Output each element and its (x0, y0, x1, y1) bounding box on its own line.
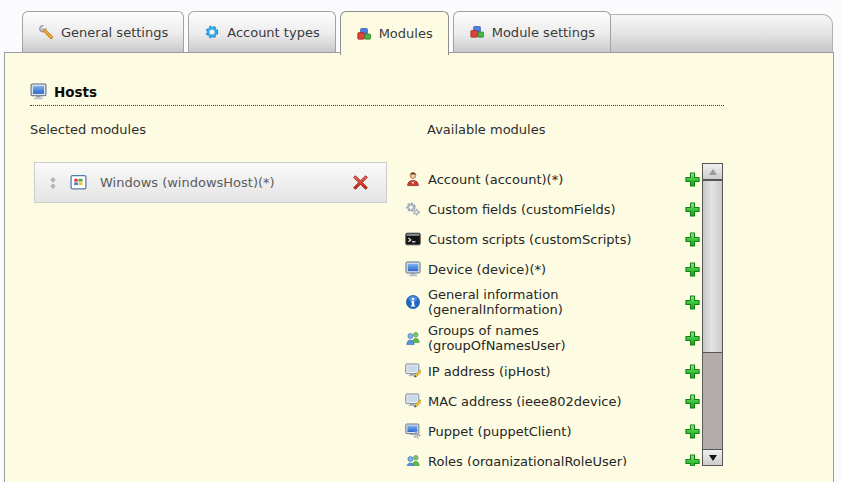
monitor-icon (30, 83, 47, 100)
module-label: Puppet (puppetClient) (428, 424, 571, 439)
module-label: Custom scripts (customScripts) (428, 232, 632, 247)
module-label: Custom fields (customFields) (428, 202, 616, 217)
module-label: Device (device)(*) (428, 262, 546, 277)
available-modules-scrollbar[interactable] (702, 163, 723, 466)
drag-handle-icon[interactable] (46, 176, 60, 190)
section-header: Hosts (30, 83, 724, 106)
available-module-row: Custom scripts (customScripts) (405, 224, 701, 254)
add-module-button[interactable] (684, 261, 701, 278)
tab-bar: General settings Account types Modules M… (22, 11, 611, 52)
available-module-row: Roles (organizationalRoleUser) (405, 446, 701, 466)
section-title: Hosts (54, 84, 97, 100)
content-panel: Hosts Selected modules Available modules… (4, 52, 834, 482)
module-label: General information (generalInformation) (428, 287, 660, 317)
add-module-button[interactable] (684, 171, 701, 188)
tab-bar-filler (575, 14, 833, 52)
tab-modules[interactable]: Modules (340, 11, 449, 55)
module-label: MAC address (ieee802device) (428, 394, 622, 409)
tab-label: Module settings (492, 25, 595, 40)
selected-modules-list: Windows (windowsHost)(*) (34, 162, 387, 203)
scroll-down-button[interactable] (702, 449, 723, 466)
available-modules-list: Account (account)(*) Custom fields (cust… (405, 164, 701, 466)
monitor-edit-icon (405, 393, 421, 409)
windows-icon (70, 174, 87, 191)
module-label: Roles (organizationalRoleUser) (428, 454, 627, 467)
add-module-button[interactable] (684, 201, 701, 218)
scrollbar-thumb[interactable] (702, 180, 723, 353)
available-module-row: General information (generalInformation) (405, 284, 701, 320)
selected-modules-heading: Selected modules (30, 122, 146, 137)
scroll-down-icon (709, 455, 717, 461)
bricks-icon (469, 24, 485, 40)
module-label: Groups of names (groupOfNamesUser) (428, 323, 660, 353)
monitor-edit-icon (405, 363, 421, 379)
add-module-button[interactable] (684, 231, 701, 248)
modules-config-page: General settings Account types Modules M… (0, 0, 841, 482)
wrench-icon (38, 24, 54, 40)
module-label: Windows (windowsHost)(*) (100, 175, 275, 190)
bricks-icon (356, 26, 372, 42)
tab-label: Modules (379, 26, 433, 41)
person-icon (405, 171, 421, 187)
add-module-button[interactable] (684, 294, 701, 311)
available-module-row: Account (account)(*) (405, 164, 701, 194)
group-icon (405, 453, 421, 466)
tab-account-types[interactable]: Account types (188, 11, 335, 52)
scroll-up-button[interactable] (702, 163, 723, 180)
available-modules-heading: Available modules (427, 122, 545, 137)
module-label: IP address (ipHost) (428, 364, 551, 379)
available-module-row: IP address (ipHost) (405, 356, 701, 386)
available-module-row: Groups of names (groupOfNamesUser) (405, 320, 701, 356)
available-module-row: Custom fields (customFields) (405, 194, 701, 224)
available-module-row: MAC address (ieee802device) (405, 386, 701, 416)
group-icon (405, 330, 421, 346)
remove-module-button[interactable] (352, 174, 369, 191)
tab-label: Account types (227, 25, 319, 40)
monitor-icon (405, 261, 421, 277)
tab-label: General settings (61, 25, 168, 40)
add-module-button[interactable] (684, 423, 701, 440)
add-module-button[interactable] (684, 330, 701, 347)
available-module-row: Puppet (puppetClient) (405, 416, 701, 446)
selected-module-row: Windows (windowsHost)(*) (34, 162, 387, 203)
scroll-up-icon (709, 169, 717, 175)
gear-icon (204, 24, 220, 40)
available-module-row: Device (device)(*) (405, 254, 701, 284)
monitor-gear-icon (405, 423, 421, 439)
gears-icon (405, 201, 421, 217)
terminal-icon (405, 231, 421, 247)
tab-module-settings[interactable]: Module settings (453, 11, 611, 52)
add-module-button[interactable] (684, 393, 701, 410)
add-module-button[interactable] (684, 453, 701, 467)
add-module-button[interactable] (684, 363, 701, 380)
module-label: Account (account)(*) (428, 172, 563, 187)
info-icon (405, 294, 421, 310)
tab-general-settings[interactable]: General settings (22, 11, 184, 52)
